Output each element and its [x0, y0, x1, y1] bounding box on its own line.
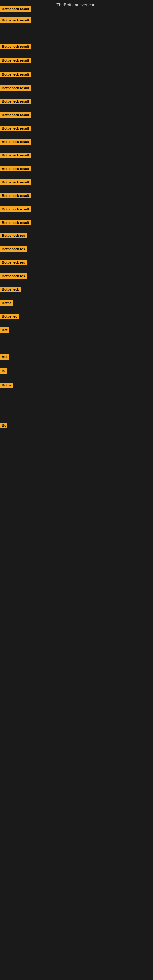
bottleneck-badge: Bottle	[0, 382, 13, 388]
bottleneck-badge: Bottleneck result	[0, 207, 31, 212]
bottleneck-badge: Bottleneck result	[0, 153, 31, 158]
bottleneck-badge: Bottleneck result	[0, 57, 31, 63]
bottleneck-badge-row: Bottleneck res	[0, 246, 27, 253]
bottleneck-badge: Bottleneck result	[0, 180, 31, 185]
bottleneck-badge-row: Bo	[0, 368, 7, 375]
bottleneck-badge-row: Bottleneck result	[0, 72, 31, 78]
bottleneck-badge-row: Bottleneck result	[0, 99, 31, 105]
bottleneck-badge-row: Bottle	[0, 300, 13, 307]
bottleneck-badge: Bottlenec	[0, 313, 19, 319]
vertical-indicator-line	[1, 956, 1, 962]
vertical-indicator-line	[1, 340, 1, 347]
bottleneck-badge-row: Bottleneck res	[0, 260, 27, 266]
bottleneck-badge-row: Bottleneck result	[0, 153, 31, 159]
bottleneck-badge-row: Bottleneck result	[0, 44, 31, 51]
bottleneck-badge: Bot	[0, 327, 9, 332]
bottleneck-badge: Bo	[0, 368, 7, 374]
bottleneck-badge-row: Bottleneck result	[0, 126, 31, 132]
bottleneck-badge: Bottleneck result	[0, 126, 31, 131]
bottleneck-badge-row: Bottleneck result	[0, 220, 31, 227]
bottleneck-badge: Bottleneck res	[0, 273, 27, 279]
bottleneck-badge: Bottleneck res	[0, 246, 27, 252]
bottleneck-badge: Bottleneck result	[0, 112, 31, 118]
bottleneck-badge-row: Bottleneck result	[0, 207, 31, 213]
bottleneck-badge-row: Bottleneck result	[0, 193, 31, 200]
bottleneck-badge-row: Bottleneck result	[0, 166, 31, 173]
vertical-indicator-line	[1, 888, 1, 894]
bottleneck-badge: Bottleneck res	[0, 260, 27, 265]
bottleneck-badge-row: Bottleneck res	[0, 273, 27, 280]
bottleneck-badge-row: Bottleneck result	[0, 139, 31, 146]
bottleneck-badge: Bottle	[0, 300, 13, 305]
bottleneck-badge-row: Bottlenec	[0, 313, 19, 320]
bottleneck-badge: Bottleneck result	[0, 72, 31, 77]
bottleneck-badge: Bottleneck result	[0, 220, 31, 225]
bottleneck-badge-row: Bottleneck result	[0, 85, 31, 92]
bottleneck-badge: Bottleneck result	[0, 85, 31, 91]
bottleneck-badge-row: Bot	[0, 354, 9, 361]
bottleneck-badge-row: Bottleneck result	[0, 18, 31, 24]
bottleneck-badge: Bottleneck result	[0, 166, 31, 172]
bottleneck-badge: Bottleneck result	[0, 139, 31, 145]
bottleneck-badge: Bottleneck result	[0, 44, 31, 49]
bottleneck-badge: Bottleneck	[0, 286, 21, 292]
bottleneck-badge-row: Bo	[0, 423, 7, 430]
bottleneck-badge: Bottleneck result	[0, 6, 31, 12]
bottleneck-badge-row: Bottleneck res	[0, 233, 27, 240]
bottleneck-badge-row: Bottleneck result	[0, 6, 31, 13]
bottleneck-badge: Bo	[0, 423, 7, 428]
bottleneck-badge-row: Bottleneck result	[0, 57, 31, 64]
bottleneck-badge-row: Bottle	[0, 382, 13, 389]
bottleneck-badge-row: Bot	[0, 327, 9, 334]
bottleneck-badge: Bottleneck result	[0, 99, 31, 104]
bottleneck-badge: Bottleneck res	[0, 233, 27, 238]
bottleneck-badge-row: Bottleneck result	[0, 180, 31, 186]
bottleneck-badge-row: Bottleneck result	[0, 112, 31, 119]
bottleneck-badge: Bot	[0, 354, 9, 360]
bottleneck-badge: Bottleneck result	[0, 18, 31, 23]
bottleneck-badge: Bottleneck result	[0, 193, 31, 199]
bottleneck-badge-row: Bottleneck	[0, 286, 21, 293]
